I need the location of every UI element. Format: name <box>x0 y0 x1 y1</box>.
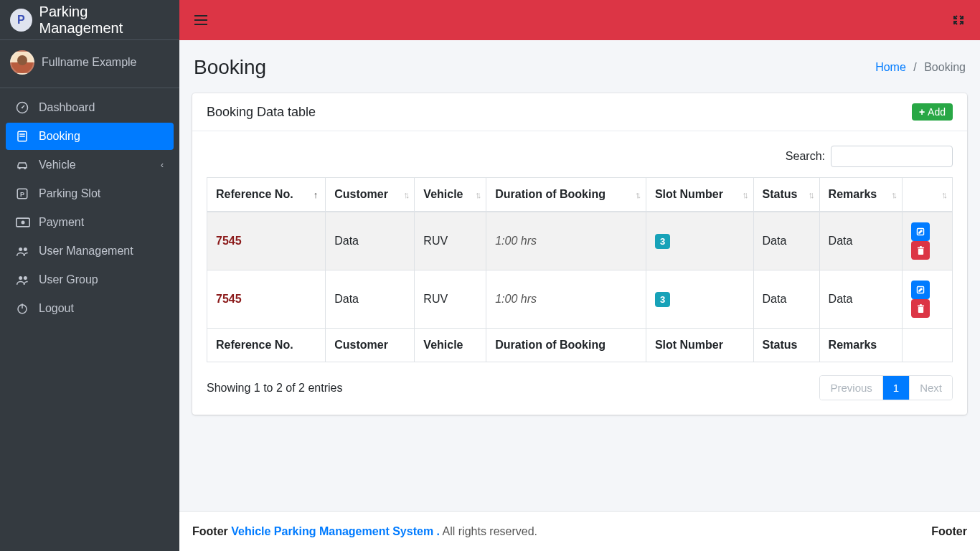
footer-vehicle: Vehicle <box>415 329 486 362</box>
topbar <box>179 0 980 40</box>
breadcrumb-current: Booking <box>924 61 966 73</box>
footer-status: Status <box>753 329 819 362</box>
trash-icon <box>917 304 925 314</box>
booking-card: Booking Data table + Add Search: Referen… <box>192 93 967 415</box>
sidebar-item-user-management[interactable]: User Management <box>6 237 174 265</box>
sort-icon: ↑↓ <box>809 189 812 200</box>
sidebar-item-label: User Group <box>39 273 98 286</box>
chevron-left-icon: ‹ <box>161 160 164 170</box>
user-fullname: Fullname Example <box>42 56 137 69</box>
footer-link[interactable]: Vehicle Parking Management System . <box>231 525 440 537</box>
col-customer[interactable]: Customer↑↓ <box>326 178 415 212</box>
edit-button[interactable] <box>911 222 930 241</box>
footer-reference: Reference No. <box>207 329 326 362</box>
brand[interactable]: P Parking Management <box>0 0 179 40</box>
edit-icon <box>916 286 925 294</box>
sidebar-item-vehicle[interactable]: Vehicle ‹ <box>6 151 174 179</box>
footer-left: Footer Vehicle Parking Management System… <box>192 525 537 538</box>
sidebar-item-user-group[interactable]: User Group <box>6 266 174 293</box>
breadcrumb-separator: / <box>909 61 920 73</box>
svg-rect-3 <box>19 133 25 135</box>
search-input[interactable] <box>831 146 953 167</box>
delete-button[interactable] <box>911 241 930 260</box>
breadcrumb-home-link[interactable]: Home <box>875 61 906 73</box>
delete-button[interactable] <box>911 299 930 318</box>
sidebar-item-dashboard[interactable]: Dashboard <box>6 94 174 121</box>
table-footer-bar: Showing 1 to 2 of 2 entries Previous 1 N… <box>207 375 953 400</box>
svg-point-1 <box>22 107 23 108</box>
user-panel[interactable]: Fullname Example <box>0 40 179 88</box>
svg-text:P: P <box>20 191 24 198</box>
svg-point-13 <box>19 276 22 280</box>
pagination: Previous 1 Next <box>819 375 953 400</box>
search-row: Search: <box>207 146 953 167</box>
footer-customer: Customer <box>326 329 415 362</box>
add-button[interactable]: + Add <box>912 103 953 121</box>
slot-badge: 3 <box>655 234 670 249</box>
col-reference[interactable]: Reference No.↑ <box>207 178 326 212</box>
card-title: Booking Data table <box>207 105 316 120</box>
sidebar-item-parking-slot[interactable]: P Parking Slot <box>6 180 174 207</box>
footer-duration: Duration of Booking <box>486 329 646 362</box>
card-header: Booking Data table + Add <box>192 93 967 131</box>
svg-point-14 <box>24 276 27 280</box>
col-status[interactable]: Status↑↓ <box>753 178 819 212</box>
plus-icon: + <box>919 106 925 118</box>
cell-status: Data <box>753 270 819 329</box>
col-duration[interactable]: Duration of Booking↑↓ <box>486 178 646 212</box>
svg-point-6 <box>24 167 26 169</box>
compress-icon <box>953 14 964 26</box>
add-button-label: Add <box>928 106 946 118</box>
sidebar-item-booking[interactable]: Booking <box>6 123 174 150</box>
reference-link[interactable]: 7545 <box>216 235 242 247</box>
cell-remarks: Data <box>819 212 902 270</box>
sort-icon: ↑↓ <box>635 189 639 200</box>
col-actions[interactable]: ↑↓ <box>903 178 953 212</box>
avatar <box>10 50 34 75</box>
svg-rect-4 <box>19 136 25 137</box>
table-row: 7545 Data RUV 1:00 hrs 3 Data Data <box>207 270 953 329</box>
footer-slot: Slot Number <box>646 329 753 362</box>
footer-right: Footer <box>931 525 967 538</box>
sidebar-item-logout[interactable]: Logout <box>6 295 174 322</box>
edit-button[interactable] <box>911 281 930 299</box>
pager-page-1[interactable]: 1 <box>882 376 909 400</box>
svg-rect-25 <box>918 306 923 312</box>
table-footer-row: Reference No. Customer Vehicle Duration … <box>207 329 953 362</box>
cell-duration: 1:00 hrs <box>486 212 646 270</box>
pager-next[interactable]: Next <box>909 376 952 400</box>
col-slot[interactable]: Slot Number↑↓ <box>646 178 753 212</box>
parking-icon: P <box>16 187 30 200</box>
user-group-icon <box>16 274 30 286</box>
svg-point-12 <box>24 248 27 251</box>
cell-customer: Data <box>326 212 415 270</box>
sidebar-item-label: User Management <box>39 245 133 258</box>
pager-prev[interactable]: Previous <box>820 376 882 400</box>
search-label: Search: <box>786 150 825 163</box>
sidebar-item-label: Payment <box>39 216 84 229</box>
main-content: Booking Home / Booking Booking Data tabl… <box>179 40 980 511</box>
svg-rect-27 <box>920 304 922 306</box>
sidebar-item-payment[interactable]: Payment <box>6 209 174 236</box>
fullscreen-toggle-button[interactable] <box>950 11 967 29</box>
table-info: Showing 1 to 2 of 2 entries <box>207 382 342 395</box>
booking-table: Reference No.↑ Customer↑↓ Vehicle↑↓ Dura… <box>207 177 953 362</box>
footer-left-suffix: All rights reserved. <box>443 525 538 537</box>
power-icon <box>16 302 30 315</box>
hamburger-icon <box>194 15 207 25</box>
sidebar-item-label: Vehicle <box>39 159 76 171</box>
sort-icon: ↑↓ <box>891 189 895 200</box>
sidebar-toggle-button[interactable] <box>192 11 209 29</box>
cell-vehicle: RUV <box>415 270 486 329</box>
edit-icon <box>916 227 925 236</box>
svg-point-11 <box>19 248 22 251</box>
col-vehicle[interactable]: Vehicle↑↓ <box>415 178 486 212</box>
sort-icon: ↑↓ <box>403 189 407 200</box>
content-header: Booking Home / Booking <box>192 53 967 83</box>
brand-logo-icon: P <box>10 9 32 32</box>
svg-rect-23 <box>920 246 922 248</box>
footer-remarks: Remarks <box>819 329 902 362</box>
reference-link[interactable]: 7545 <box>216 293 242 305</box>
sort-icon: ↑↓ <box>743 189 746 200</box>
col-remarks[interactable]: Remarks↑↓ <box>819 178 902 212</box>
